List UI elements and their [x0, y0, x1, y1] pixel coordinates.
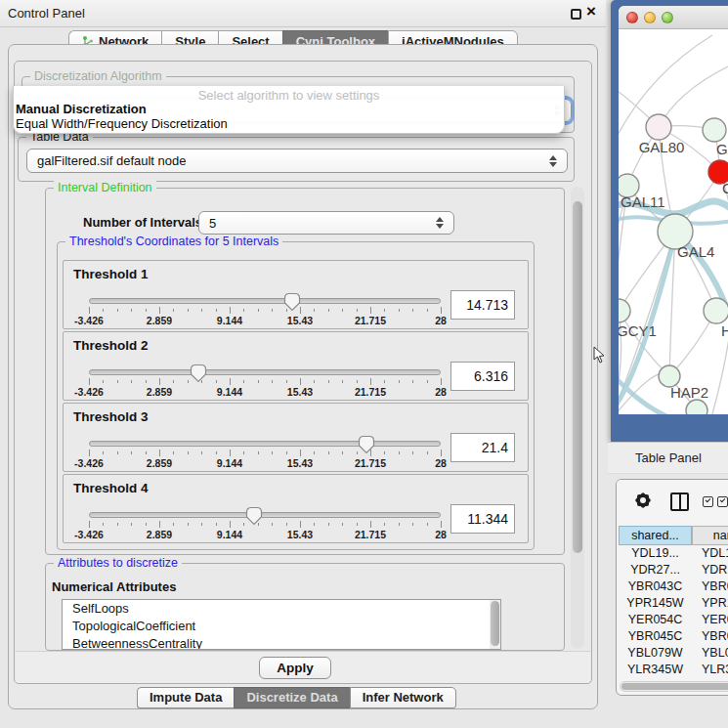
axis-tick-label: 28: [435, 457, 447, 469]
axis-tick-label: 21.715: [355, 386, 386, 398]
table-rows: YDL19...YDL1YDR27...YDR2YBR043CYBR0YPR14…: [619, 545, 728, 681]
tab-impute-data[interactable]: Impute Data: [137, 687, 234, 708]
cell-name[interactable]: YBR0: [692, 628, 728, 645]
attributes-list-scrollbar-thumb[interactable]: [491, 601, 499, 646]
axis-tick-label: 15.43: [287, 457, 313, 469]
table-row[interactable]: YPR145WYPR1: [619, 595, 728, 612]
slider-ticks: [89, 307, 441, 314]
cell-name[interactable]: YDL1: [692, 545, 728, 562]
axis-tick-label: 28: [435, 529, 447, 540]
threshold-slider-track[interactable]: [89, 369, 441, 375]
threshold-panel-1: Threshold 1-3.4262.8599.14415.4321.71528…: [63, 260, 529, 329]
checkbox-icon[interactable]: [717, 496, 728, 507]
traffic-light-yellow-icon[interactable]: [644, 12, 656, 23]
cell-name[interactable]: YBL0: [692, 645, 728, 662]
axis-tick-label: 9.144: [217, 315, 242, 326]
traffic-light-red-icon[interactable]: [626, 12, 638, 23]
table-horizontal-scrollbar[interactable]: [620, 681, 728, 692]
apply-button[interactable]: Apply: [259, 657, 331, 679]
cell-name[interactable]: YBR0: [692, 578, 728, 595]
cell-shared-name[interactable]: YPR145W: [619, 595, 692, 612]
algorithm-option[interactable]: Equal Width/Frequency Discretization: [14, 116, 564, 131]
threshold-slider-track[interactable]: [89, 298, 441, 304]
table-row[interactable]: YLR345WYLR3: [619, 662, 728, 678]
tab-impute-data-label: Impute Data: [150, 690, 222, 705]
threshold-value-field[interactable]: 21.4: [450, 433, 515, 462]
traffic-light-green-icon[interactable]: [662, 12, 673, 23]
threshold-slider-track[interactable]: [89, 441, 441, 447]
mouse-cursor: [593, 346, 605, 364]
cell-name[interactable]: YLR3: [692, 662, 728, 678]
content-scrollbar[interactable]: [571, 187, 584, 649]
cell-shared-name[interactable]: YDR27...: [619, 562, 692, 578]
network-window-titlebar[interactable]: [619, 6, 728, 29]
cell-shared-name[interactable]: YBL079W: [619, 645, 692, 662]
cell-name[interactable]: YDR2: [692, 562, 728, 578]
cell-shared-name[interactable]: YBR043C: [619, 578, 692, 595]
close-icon[interactable]: ×: [586, 2, 596, 21]
attribute-list-item[interactable]: SelfLoops: [63, 600, 500, 618]
slider-ticks: [89, 521, 441, 528]
cell-shared-name[interactable]: YDL19...: [619, 545, 692, 562]
checkbox-icon[interactable]: [703, 496, 713, 507]
node-ga[interactable]: [703, 118, 726, 142]
table-row[interactable]: YDL19...YDL1: [619, 545, 728, 562]
column-header-name[interactable]: name: [692, 526, 728, 545]
cell-name[interactable]: YPR1: [692, 595, 728, 612]
thresholds-group: Threshold's Coordinates for 5 Intervals …: [57, 241, 535, 550]
threshold-panel-4: Threshold 4-3.4262.8599.14415.4321.71528…: [63, 474, 529, 543]
threshold-value-field[interactable]: 6.316: [450, 362, 515, 391]
axis-tick-label: 2.859: [147, 529, 172, 540]
gear-icon[interactable]: [632, 490, 654, 511]
node-gal80[interactable]: [646, 114, 671, 140]
threshold-label: Threshold 3: [73, 409, 149, 424]
cell-shared-name[interactable]: YBR045C: [619, 628, 692, 645]
table-data-combobox[interactable]: galFiltered.sif default node: [26, 149, 568, 173]
column-header-shared-name[interactable]: shared...: [619, 526, 692, 545]
combo-spinner-icon: [549, 155, 558, 167]
cell-shared-name[interactable]: YER054C: [619, 612, 692, 628]
table-row[interactable]: YBR045CYBR0: [619, 628, 728, 645]
table-horizontal-scrollbar-thumb[interactable]: [621, 683, 728, 690]
numerical-attributes-list[interactable]: SelfLoopsTopologicalCoefficientBetweenne…: [62, 599, 501, 650]
tab-infer-network-label: Infer Network: [363, 690, 444, 705]
node-gcy1[interactable]: [619, 299, 630, 322]
axis-tick-label: -3.426: [74, 529, 104, 540]
threshold-slider-track[interactable]: [89, 512, 441, 518]
attribute-list-item[interactable]: TopologicalCoefficient: [63, 618, 500, 635]
table-row[interactable]: YBL079WYBL0: [619, 645, 728, 662]
algorithm-option[interactable]: Manual Discretization: [14, 102, 564, 116]
threshold-panel-2: Threshold 2-3.4262.8599.14415.4321.71528…: [63, 331, 529, 401]
attributes-group-title: Attributes to discretize: [54, 556, 182, 571]
axis-tick-label: 9.144: [217, 457, 242, 469]
column-view-icon[interactable]: [670, 492, 689, 511]
node-h[interactable]: [704, 298, 728, 323]
threshold-value-field[interactable]: 11.344: [450, 504, 515, 534]
node-partial[interactable]: [686, 400, 707, 414]
axis-tick-label: 9.144: [217, 529, 242, 540]
slider-axis-labels: -3.4262.8599.14415.4321.71528: [89, 386, 441, 398]
float-window-icon[interactable]: [571, 9, 581, 20]
network-window: GAL80 GA C GAL11 GAL4 GCY1 H HAP2: [619, 6, 728, 414]
content-scrollbar-thumb[interactable]: [573, 201, 582, 553]
threshold-label: Threshold 1: [73, 267, 149, 281]
axis-tick-label: 15.43: [287, 529, 313, 540]
number-of-intervals-combobox[interactable]: 5: [198, 211, 454, 235]
tab-infer-network[interactable]: Infer Network: [350, 687, 456, 708]
table-row[interactable]: YER054CYER0: [619, 612, 728, 628]
threshold-value-field[interactable]: 14.713: [450, 290, 515, 320]
attributes-list-scrollbar[interactable]: [490, 600, 500, 649]
attribute-list-item[interactable]: BetweennessCentrality: [63, 635, 500, 650]
cell-shared-name[interactable]: YLR345W: [619, 662, 692, 678]
cell-name[interactable]: YER0: [692, 612, 728, 628]
table-row[interactable]: YBR043CYBR0: [619, 578, 728, 595]
label-ga: GA: [716, 141, 728, 157]
threshold-label: Threshold 4: [73, 481, 149, 495]
network-canvas[interactable]: GAL80 GA C GAL11 GAL4 GCY1 H HAP2: [619, 29, 728, 414]
control-panel-titlebar: Control Panel ×: [0, 0, 606, 27]
table-row[interactable]: YDR27...YDR2: [619, 562, 728, 578]
combo-spinner-icon: [436, 217, 445, 229]
label-gal80: GAL80: [639, 139, 685, 155]
label-gal4: GAL4: [677, 243, 714, 260]
tab-discretize-data[interactable]: Discretize Data: [234, 687, 349, 708]
